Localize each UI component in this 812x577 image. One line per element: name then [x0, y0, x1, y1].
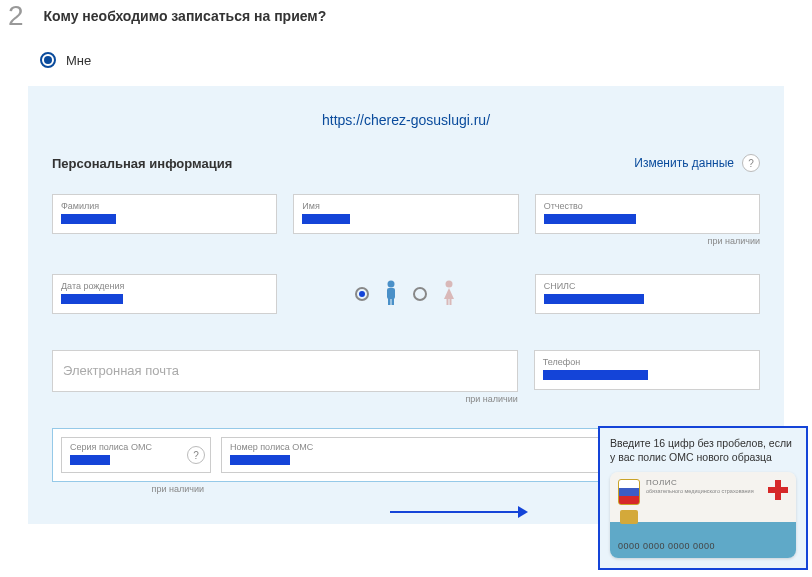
gender-selector	[293, 274, 518, 314]
firstname-label: Имя	[302, 201, 509, 211]
email-field[interactable]: Электронная почта	[52, 350, 518, 392]
redacted-value	[61, 214, 116, 224]
female-icon	[441, 280, 457, 309]
male-icon	[383, 280, 399, 309]
optional-hint: при наличии	[54, 484, 204, 494]
optional-hint: при наличии	[535, 236, 760, 246]
tooltip-text: Введите 16 цифр без пробелов, если у вас…	[610, 436, 796, 464]
phone-label: Телефон	[543, 357, 751, 367]
card-subtitle: обязательного медицинского страхования	[646, 488, 754, 495]
svg-rect-6	[449, 298, 451, 305]
gender-female-radio[interactable]	[413, 287, 427, 301]
svg-point-0	[387, 280, 394, 287]
birthdate-field[interactable]: Дата рождения	[52, 274, 277, 314]
lastname-field[interactable]: Фамилия	[52, 194, 277, 234]
emblem-icon	[618, 479, 640, 505]
redacted-value	[544, 214, 636, 224]
lastname-label: Фамилия	[61, 201, 268, 211]
svg-rect-5	[446, 298, 448, 305]
svg-point-4	[445, 280, 452, 287]
redacted-value	[543, 370, 648, 380]
help-icon[interactable]: ?	[742, 154, 760, 172]
svg-rect-1	[387, 288, 395, 299]
radio-self[interactable]	[40, 52, 56, 68]
patronymic-field[interactable]: Отчество	[535, 194, 760, 234]
email-placeholder: Электронная почта	[63, 363, 179, 378]
help-icon[interactable]: ?	[187, 446, 205, 464]
redacted-value	[70, 455, 110, 465]
oms-series-label: Серия полиса ОМС	[70, 442, 202, 452]
change-data-link[interactable]: Изменить данные	[634, 156, 734, 170]
redacted-value	[230, 455, 290, 465]
svg-rect-2	[388, 298, 391, 305]
step-title: Кому необходимо записаться на прием?	[44, 8, 327, 24]
oms-card-sample: ПОЛИС обязательного медицинского страхов…	[610, 472, 796, 524]
phone-field[interactable]: Телефон	[534, 350, 760, 390]
svg-rect-3	[391, 298, 394, 305]
gender-male-radio[interactable]	[355, 287, 369, 301]
snils-field[interactable]: СНИЛС	[535, 274, 760, 314]
patronymic-label: Отчество	[544, 201, 751, 211]
oms-tooltip: Введите 16 цифр без пробелов, если у вас…	[598, 426, 808, 524]
step-number: 2	[0, 0, 24, 32]
birthdate-label: Дата рождения	[61, 281, 268, 291]
redacted-value	[544, 294, 644, 304]
redacted-value	[302, 214, 350, 224]
redacted-value	[61, 294, 123, 304]
annotation-arrow-head	[518, 506, 528, 518]
firstname-field[interactable]: Имя	[293, 194, 518, 234]
section-title: Персональная информация	[52, 156, 232, 171]
radio-self-label: Мне	[66, 53, 91, 68]
source-url[interactable]: https://cherez-gosuslugi.ru/	[52, 106, 760, 154]
optional-hint: при наличии	[52, 394, 518, 404]
medical-cross-icon	[768, 480, 788, 500]
chip-icon	[620, 510, 638, 524]
annotation-arrow	[390, 511, 520, 513]
snils-label: СНИЛС	[544, 281, 751, 291]
